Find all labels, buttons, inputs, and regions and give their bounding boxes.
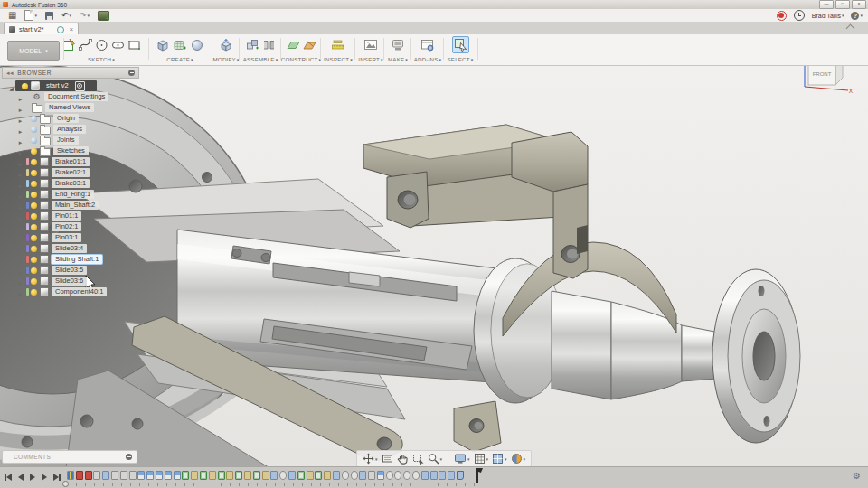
browser-item-label[interactable]: Sliding Shaft:1 <box>52 255 102 265</box>
plane-angle-icon[interactable] <box>303 38 316 52</box>
component-icon[interactable] <box>270 471 278 480</box>
visibility-bulb-icon[interactable] <box>31 246 37 252</box>
timeline-slider-handle[interactable] <box>62 481 69 487</box>
joint-icon[interactable] <box>93 471 100 480</box>
revolve-icon[interactable] <box>394 471 401 480</box>
extrude-icon[interactable] <box>226 471 233 480</box>
zoom-icon[interactable]: ▾ <box>428 453 443 465</box>
browser-item-label[interactable]: Joints <box>53 136 79 145</box>
hook-icon[interactable] <box>457 471 464 480</box>
sphere-icon[interactable] <box>190 38 204 52</box>
revolve-icon[interactable] <box>403 471 410 480</box>
sketch-icon[interactable] <box>253 471 260 480</box>
browser-header[interactable]: ◂◂ BROWSER <box>2 67 139 79</box>
revolve-icon[interactable] <box>412 471 420 480</box>
maximize-icon[interactable]: □ <box>835 0 850 9</box>
joint-icon[interactable] <box>111 471 118 480</box>
browser-item-label[interactable]: start v2 <box>42 81 72 91</box>
revolve-icon[interactable] <box>386 471 393 480</box>
skip-end-icon[interactable] <box>53 472 61 483</box>
comments-bar[interactable]: COMMENTS <box>2 450 137 464</box>
grid-snaps-icon[interactable]: ▾ <box>474 453 489 465</box>
pan-hand-icon[interactable] <box>397 453 409 465</box>
visibility-bulb-icon[interactable] <box>31 116 37 122</box>
browser-item-label[interactable]: Brake01:1 <box>52 157 90 167</box>
expander-icon[interactable] <box>8 78 14 94</box>
save-icon[interactable] <box>45 12 53 20</box>
sketch-icon[interactable] <box>297 471 305 480</box>
collapse-toolbar-icon[interactable] <box>846 24 855 33</box>
record-icon[interactable] <box>777 11 787 21</box>
browser-item-label[interactable]: End_Ring:1 <box>52 190 94 200</box>
browser-item-label[interactable]: Named Views <box>45 103 94 113</box>
group-icon[interactable] <box>67 471 74 480</box>
pin-icon[interactable] <box>76 471 83 480</box>
visibility-bulb-icon[interactable] <box>31 267 37 274</box>
close-icon[interactable]: × <box>852 0 866 9</box>
zoom-window-icon[interactable] <box>412 453 424 465</box>
skip-start-icon[interactable] <box>5 472 12 483</box>
document-tab[interactable]: start v2* × <box>4 23 79 35</box>
browser-tree-row[interactable]: Component40:1 <box>0 286 141 297</box>
browser-item-label[interactable]: Sketches <box>53 146 89 156</box>
drive-icon[interactable] <box>174 471 181 480</box>
visibility-bulb-icon[interactable] <box>31 148 37 155</box>
drive-icon[interactable] <box>146 471 154 480</box>
drive-icon[interactable] <box>165 471 172 480</box>
visibility-bulb-icon[interactable] <box>31 213 37 220</box>
extrude-icon[interactable] <box>191 471 198 480</box>
sketch-icon[interactable] <box>182 471 189 480</box>
sketch-icon[interactable] <box>315 471 322 480</box>
browser-item-label[interactable]: Main_Shaft:2 <box>52 201 99 211</box>
capture-icon[interactable] <box>98 11 109 21</box>
select-icon[interactable] <box>454 38 467 52</box>
insert-image-icon[interactable] <box>363 38 378 52</box>
browser-collapse-icon[interactable] <box>128 70 135 76</box>
play-icon[interactable] <box>30 472 35 483</box>
viewports-icon[interactable]: ▾ <box>492 453 507 465</box>
dock-arrows-icon[interactable]: ◂◂ <box>6 70 14 77</box>
3d-print-icon[interactable] <box>391 38 405 52</box>
visibility-bulb-icon[interactable] <box>31 137 37 144</box>
component-icon[interactable] <box>430 471 438 480</box>
joint-icon[interactable] <box>120 471 127 480</box>
visibility-bulb-icon[interactable] <box>31 289 37 296</box>
rectangle-icon[interactable] <box>127 38 141 52</box>
step-back-icon[interactable] <box>18 472 24 483</box>
clock-icon[interactable] <box>794 10 805 21</box>
revolve-icon[interactable] <box>351 471 358 480</box>
circle-icon[interactable] <box>95 38 108 52</box>
component-icon[interactable] <box>333 471 340 480</box>
end-flange[interactable] <box>712 269 800 443</box>
box-icon[interactable] <box>156 38 170 52</box>
drive-icon[interactable] <box>156 471 163 480</box>
redo-icon[interactable]: ↷▾ <box>80 12 90 20</box>
comments-collapse-icon[interactable] <box>126 454 132 460</box>
visibility-bulb-icon[interactable] <box>31 159 37 165</box>
joint-icon[interactable] <box>129 471 137 480</box>
user-menu[interactable]: Brad Tallis▾ <box>812 13 844 19</box>
visibility-bulb-icon[interactable] <box>31 127 37 133</box>
component-icon[interactable] <box>439 471 446 480</box>
help-icon[interactable]: ?▾ <box>851 12 863 20</box>
extrude-icon[interactable] <box>244 471 251 480</box>
browser-item-label[interactable]: Slide03:6 <box>52 277 87 286</box>
form-icon[interactable] <box>173 38 187 52</box>
slot-icon[interactable] <box>111 38 125 52</box>
component-icon[interactable] <box>102 471 109 480</box>
viewcube-front-label[interactable]: FRONT <box>813 71 832 77</box>
browser-item-label[interactable]: Analysis <box>53 125 86 135</box>
component-icon[interactable] <box>359 471 366 480</box>
browser-item-label[interactable]: Brake03:1 <box>52 179 90 189</box>
sketch-icon[interactable] <box>200 471 207 480</box>
new-component-icon[interactable] <box>246 38 259 52</box>
visibility-bulb-icon[interactable] <box>31 224 37 230</box>
measure-icon[interactable] <box>331 38 345 52</box>
app-menu-icon[interactable]: ▦ <box>8 11 16 20</box>
spline-icon[interactable] <box>79 38 92 52</box>
undo-icon[interactable]: ↶▾ <box>61 12 71 20</box>
component-icon[interactable] <box>421 471 429 480</box>
extrude-icon[interactable] <box>209 471 216 480</box>
minimize-icon[interactable]: — <box>819 0 834 9</box>
visibility-bulb-icon[interactable] <box>31 170 37 176</box>
